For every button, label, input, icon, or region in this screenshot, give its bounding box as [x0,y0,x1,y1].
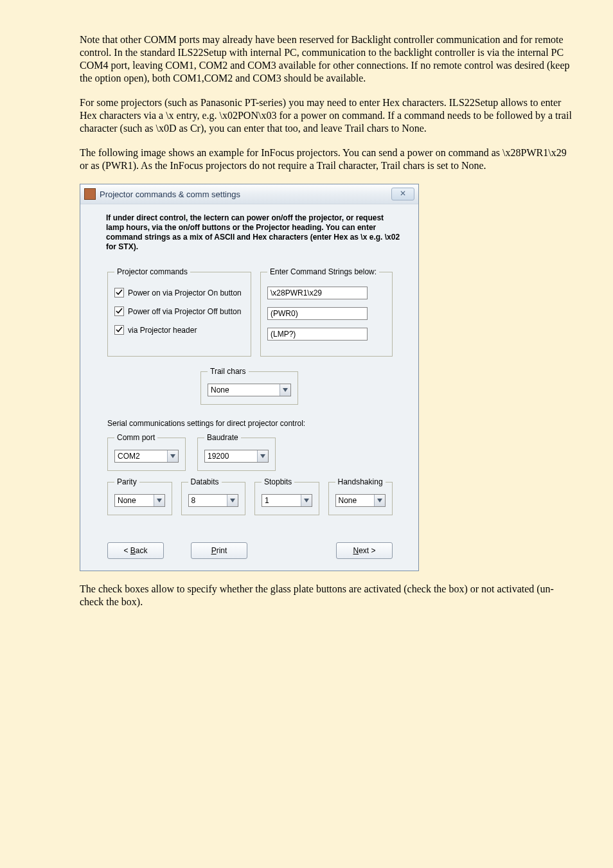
back-button[interactable]: < Back [107,542,164,559]
chevron-down-icon [301,495,312,506]
checkbox-power-on[interactable]: Power on via Projector On button [114,288,244,297]
handshaking-group: Handshaking None [328,477,393,515]
trail-chars-value: None [208,385,280,394]
parity-legend: Parity [114,477,139,486]
databits-value: 8 [189,496,227,505]
checkbox-power-off[interactable]: Power off via Projector Off button [114,306,244,316]
chevron-down-icon [154,495,164,506]
handshaking-value: None [336,496,375,505]
enter-commands-legend: Enter Command Strings below: [267,267,379,276]
parity-value: None [115,496,154,505]
svg-marker-3 [157,499,162,502]
parity-select[interactable]: None [114,494,165,507]
close-button[interactable]: ✕ [391,188,414,200]
back-button-label: < Back [123,546,147,555]
paragraph-3: The following image shows an example for… [80,146,572,172]
comm-port-legend: Comm port [114,433,157,442]
trail-chars-group: Trail chars None [200,367,298,405]
svg-marker-4 [230,499,235,502]
baudrate-select[interactable]: 19200 [204,450,269,463]
handshaking-select[interactable]: None [335,494,386,507]
projector-commands-group: Projector commands Power on via Projecto… [107,267,251,357]
titlebar: Projector commands & comm settings ✕ [80,184,418,204]
next-button-label: Next > [353,546,375,555]
databits-legend: Databits [188,477,222,486]
lamp-hours-input[interactable] [267,328,368,341]
trail-chars-legend: Trail chars [208,367,249,376]
serial-section-label: Serial communications settings for direc… [107,419,407,428]
projector-commands-legend: Projector commands [114,267,190,276]
svg-marker-2 [260,454,265,458]
comm-port-group: Comm port COM2 [107,433,186,471]
checkbox-icon [114,288,124,297]
stopbits-select[interactable]: 1 [262,494,312,507]
baudrate-legend: Baudrate [204,433,241,442]
baudrate-value: 19200 [205,452,257,461]
next-button[interactable]: Next > [336,542,393,559]
chevron-down-icon [374,495,385,506]
svg-marker-6 [377,499,382,502]
checkbox-via-header[interactable]: via Projector header [114,325,244,335]
checkbox-icon [114,306,124,316]
databits-group: Databits 8 [181,477,246,515]
paragraph-2: For some projectors (such as Panasonic P… [80,96,572,135]
checkbox-icon [114,325,124,335]
comm-port-select[interactable]: COM2 [114,450,179,463]
handshaking-legend: Handshaking [335,477,386,486]
intro-text: If under direct control, the lectern can… [92,213,407,252]
paragraph-1: Note that other COMM ports may already h… [80,33,572,85]
baudrate-group: Baudrate 19200 [197,433,276,471]
stopbits-group: Stopbits 1 [254,477,319,515]
chevron-down-icon [257,450,268,462]
chevron-down-icon [167,450,178,462]
power-off-input[interactable] [267,307,368,320]
chevron-down-icon [280,384,290,396]
window-title: Projector commands & comm settings [100,190,240,199]
print-button[interactable]: Print [191,542,247,559]
parity-group: Parity None [107,477,172,515]
paragraph-4: The check boxes allow to specify whether… [80,583,572,608]
checkbox-power-off-label: Power off via Projector Off button [128,307,241,316]
comm-port-value: COM2 [115,452,167,461]
dialog-window: Projector commands & comm settings ✕ If … [80,184,419,571]
chevron-down-icon [227,495,238,506]
stopbits-legend: Stopbits [262,477,294,486]
stopbits-value: 1 [262,496,301,505]
svg-marker-1 [170,454,175,458]
enter-commands-group: Enter Command Strings below: [260,267,393,357]
checkbox-power-on-label: Power on via Projector On button [128,288,242,297]
print-button-label: Print [211,546,227,555]
power-on-input[interactable] [267,287,368,299]
close-icon: ✕ [400,189,406,198]
checkbox-via-header-label: via Projector header [128,326,197,335]
app-icon [84,188,96,200]
svg-marker-0 [283,388,288,392]
trail-chars-select[interactable]: None [208,384,291,396]
svg-marker-5 [304,499,309,502]
databits-select[interactable]: 8 [188,494,239,507]
